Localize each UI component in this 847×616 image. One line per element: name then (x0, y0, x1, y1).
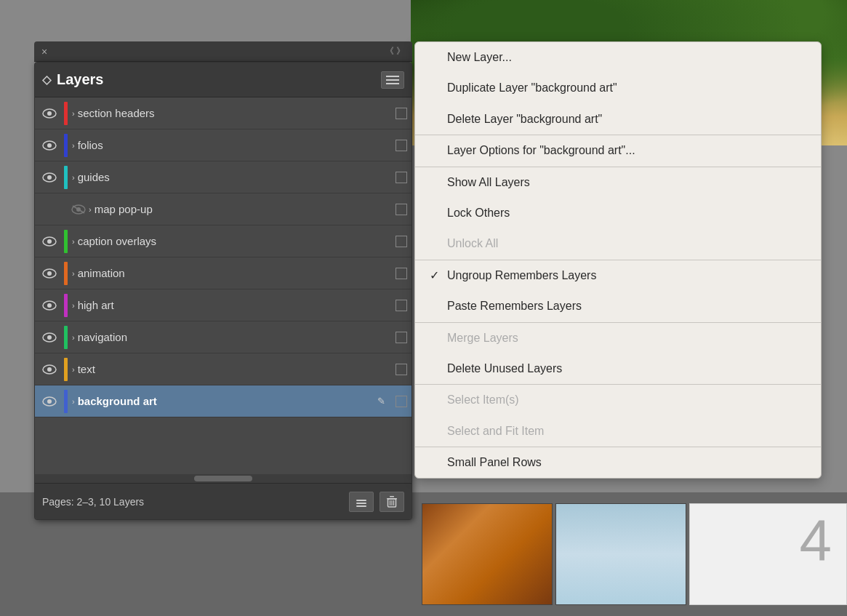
menu-item-new-layer[interactable]: New Layer... (415, 42, 821, 73)
layer-checkbox-caption-overlays[interactable] (396, 236, 407, 247)
layer-row-guides[interactable]: ›guides (35, 161, 412, 193)
layer-name-section-headers: section headers (78, 107, 393, 119)
panel-titlebar: ◇ Layers (35, 63, 412, 97)
panel-title-text: Layers (57, 71, 104, 88)
menu-item-delete-unused[interactable]: Delete Unused Layers (415, 353, 821, 384)
layer-name-background-art: background art (78, 395, 374, 407)
expand-icon-animation[interactable]: › (72, 269, 75, 278)
delete-icon (386, 495, 398, 508)
layer-checkbox-map-popup[interactable] (396, 204, 407, 215)
menu-label-duplicate-layer: Duplicate Layer "background art" (447, 80, 617, 96)
menu-label-ungroup-remembers: Ungroup Remembers Layers (447, 268, 596, 284)
layers-diamond-icon: ◇ (42, 73, 51, 87)
layer-checkbox-animation[interactable] (396, 268, 407, 279)
layer-checkbox-text[interactable] (396, 364, 407, 375)
svg-rect-23 (356, 505, 366, 507)
close-icon[interactable]: × (41, 46, 47, 57)
layer-name-navigation: navigation (78, 331, 393, 343)
layer-row-background-art[interactable]: ›background art✎ (35, 385, 412, 417)
layer-row-caption-overlays[interactable]: ›caption overlays (35, 225, 412, 257)
expand-icon-high-art[interactable]: › (72, 301, 75, 310)
layer-row-animation[interactable]: ›animation (35, 257, 412, 289)
layer-checkbox-high-art[interactable] (396, 300, 407, 311)
check-mark-ungroup-remembers: ✓ (430, 268, 441, 284)
edit-icon-background-art[interactable]: ✎ (374, 394, 388, 409)
menu-item-small-panel-rows[interactable]: Small Panel Rows (415, 447, 821, 478)
layer-checkbox-guides[interactable] (396, 172, 407, 183)
svg-point-16 (47, 335, 52, 340)
delete-layer-button[interactable] (380, 492, 404, 512)
menu-label-paste-remembers: Paste Remembers Layers (447, 298, 582, 314)
color-bar-section-headers (64, 102, 68, 125)
eye-icon-navigation[interactable] (39, 327, 60, 348)
scroll-handle[interactable] (194, 476, 252, 481)
svg-point-1 (47, 111, 52, 116)
menu-label-unlock-all: Unlock All (447, 236, 498, 252)
layer-name-guides: guides (78, 171, 393, 183)
menu-item-show-all[interactable]: Show All Layers (415, 167, 821, 198)
menu-label-select-items: Select Item(s) (447, 392, 519, 408)
eye-icon-caption-overlays[interactable] (39, 231, 60, 252)
panel-title: ◇ Layers (42, 71, 104, 88)
layer-row-section-headers[interactable]: ›section headers (35, 97, 412, 129)
layers-list: ›section headers ›folios ›guides ›map po… (35, 97, 412, 474)
menu-item-delete-layer[interactable]: Delete Layer "background art" (415, 104, 821, 135)
collapse-icon[interactable]: 《 》 (385, 45, 405, 57)
eye-icon-text[interactable] (39, 359, 60, 380)
expand-icon-map-popup[interactable]: › (89, 205, 92, 214)
eye-icon-high-art[interactable] (39, 295, 60, 316)
menu-section-6: Small Panel Rows (415, 447, 821, 478)
menu-item-select-items: Select Item(s) (415, 385, 821, 415)
menu-label-small-panel-rows: Small Panel Rows (447, 455, 542, 471)
layer-name-map-popup: map pop-up (95, 203, 393, 215)
eye-icon-guides[interactable] (39, 167, 60, 188)
layer-checkbox-section-headers[interactable] (396, 108, 407, 119)
expand-icon-folios[interactable]: › (72, 141, 75, 150)
svg-point-10 (47, 239, 52, 244)
layer-checkbox-folios[interactable] (396, 140, 407, 151)
page-number: 4 (800, 511, 832, 569)
menu-item-ungroup-remembers[interactable]: ✓Ungroup Remembers Layers (415, 260, 821, 291)
menu-section-2: Show All LayersLock OthersUnlock All (415, 167, 821, 260)
window-controls-bar: × 《 》 (34, 41, 412, 62)
layer-checkbox-background-art[interactable] (396, 396, 407, 407)
menu-item-paste-remembers[interactable]: Paste Remembers Layers (415, 291, 821, 321)
menu-section-0: New Layer...Duplicate Layer "background … (415, 42, 821, 135)
eye-icon-animation[interactable] (39, 263, 60, 284)
layer-row-text[interactable]: ›text (35, 353, 412, 385)
layer-checkbox-navigation[interactable] (396, 332, 407, 343)
layer-row-navigation[interactable]: ›navigation (35, 321, 412, 353)
scroll-area (35, 474, 412, 483)
eye-icon-section-headers[interactable] (39, 103, 60, 124)
layer-row-folios[interactable]: ›folios (35, 129, 412, 161)
menu-item-lock-others[interactable]: Lock Others (415, 198, 821, 228)
thumbnail-copper[interactable] (422, 503, 553, 605)
layer-name-folios: folios (78, 139, 393, 151)
panel-footer: Pages: 2–3, 10 Layers (35, 483, 412, 519)
expand-icon-caption-overlays[interactable]: › (72, 237, 75, 246)
eye-icon-background-art[interactable] (39, 391, 60, 412)
new-layer-button[interactable] (349, 492, 374, 512)
new-layer-icon (355, 495, 368, 508)
menu-item-layer-options[interactable]: Layer Options for "background art"... (415, 135, 821, 166)
color-bar-guides (64, 166, 68, 189)
menu-label-show-all: Show All Layers (447, 175, 530, 191)
menu-item-duplicate-layer[interactable]: Duplicate Layer "background art" (415, 73, 821, 103)
layers-panel: ◇ Layers ›section headers ›folios ›guide… (34, 62, 412, 520)
layer-row-map-popup[interactable]: ›map pop-up (35, 193, 412, 225)
layer-row-high-art[interactable]: ›high art (35, 289, 412, 321)
expand-icon-text[interactable]: › (72, 365, 75, 374)
svg-rect-25 (390, 496, 394, 497)
menu-section-1: Layer Options for "background art"... (415, 135, 821, 167)
menu-label-layer-options: Layer Options for "background art"... (447, 143, 635, 159)
expand-icon-navigation[interactable]: › (72, 333, 75, 342)
panel-menu-button[interactable] (381, 71, 404, 89)
svg-point-14 (47, 303, 52, 308)
eye-icon-folios[interactable] (39, 135, 60, 156)
expand-icon-guides[interactable]: › (72, 173, 75, 182)
eye-icon-map-popup[interactable] (68, 199, 89, 220)
expand-icon-background-art[interactable]: › (72, 397, 75, 406)
expand-icon-section-headers[interactable]: › (72, 109, 75, 118)
thumbnail-white[interactable]: 4 (689, 503, 847, 605)
thumbnail-blue[interactable] (555, 503, 686, 605)
